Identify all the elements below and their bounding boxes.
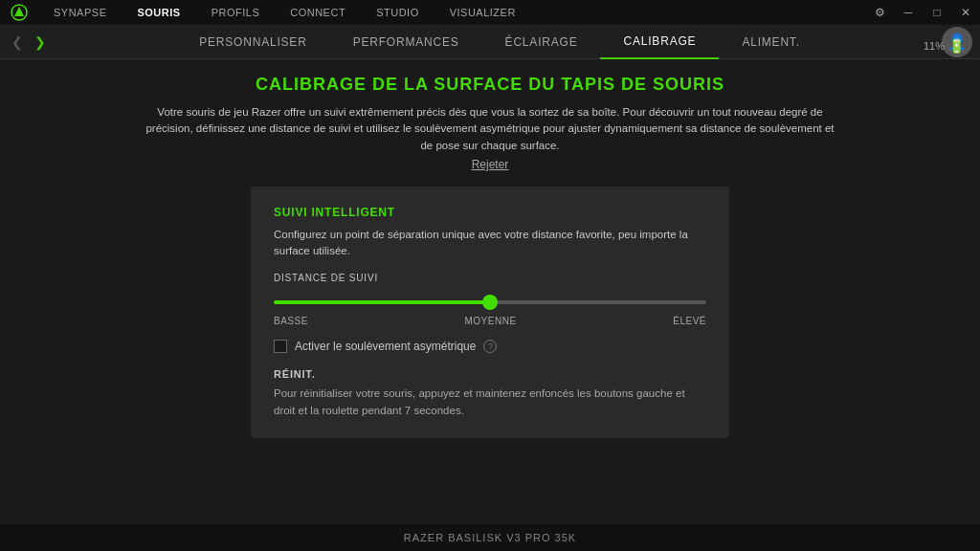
- asymmetric-checkbox[interactable]: [274, 340, 287, 353]
- nav-synapse[interactable]: SYNAPSE: [38, 0, 122, 25]
- title-bar: SYNAPSE SOURIS PROFILS CONNECT STUDIO VI…: [0, 0, 980, 25]
- reinit-title: RÉINIT.: [274, 368, 706, 380]
- battery-percent: 11%: [924, 40, 945, 52]
- device-name: RAZER BASILISK V3 PRO 35K: [404, 532, 576, 543]
- suivi-title: SUIVI INTELLIGENT: [274, 206, 706, 219]
- battery-area: 11% 🔋: [924, 38, 965, 54]
- distance-label: DISTANCE DE SUIVI: [274, 273, 706, 283]
- tab-personnaliser[interactable]: PERSONNALISER: [176, 25, 329, 59]
- window-controls: ⚙ ─ □ ✕: [865, 0, 980, 25]
- sub-nav-tabs: PERSONNALISER PERFORMANCES ÉCLAIRAGE CAL…: [57, 25, 942, 59]
- battery-icon: 🔋: [948, 38, 965, 54]
- nav-studio[interactable]: STUDIO: [361, 0, 434, 25]
- suivi-description: Configurez un point de séparation unique…: [274, 227, 706, 260]
- slider-mid-label: MOYENNE: [465, 316, 517, 326]
- page-title: CALIBRAGE DE LA SURFACE DU TAPIS DE SOUR…: [256, 75, 724, 95]
- calibrage-card: SUIVI INTELLIGENT Configurez un point de…: [251, 187, 729, 438]
- slider-labels: BASSE MOYENNE ÉLEVÉ: [274, 316, 706, 326]
- nav-souris[interactable]: SOURIS: [122, 0, 195, 25]
- back-arrow[interactable]: ❮: [8, 34, 27, 50]
- minimize-button[interactable]: ─: [894, 0, 923, 25]
- svg-marker-1: [14, 7, 24, 16]
- main-content: CALIBRAGE DE LA SURFACE DU TAPIS DE SOUR…: [0, 59, 980, 524]
- reinit-description: Pour réinitialiser votre souris, appuyez…: [274, 386, 706, 419]
- tab-eclairage[interactable]: ÉCLAIRAGE: [482, 25, 601, 59]
- nav-visualizer[interactable]: VISUALIZER: [434, 0, 531, 25]
- sub-nav: ❮ ❯ PERSONNALISER PERFORMANCES ÉCLAIRAGE…: [0, 25, 980, 59]
- tab-calibrage[interactable]: CALIBRAGE: [600, 25, 719, 59]
- tab-performances[interactable]: PERFORMANCES: [330, 25, 482, 59]
- tab-aliment[interactable]: ALIMENT.: [719, 25, 822, 59]
- reject-link[interactable]: Rejeter: [472, 158, 509, 171]
- status-bar: RAZER BASILISK V3 PRO 35K: [0, 524, 980, 551]
- settings-button[interactable]: ⚙: [865, 0, 894, 25]
- asymmetric-checkbox-row: Activer le soulèvement asymétrique ?: [274, 340, 706, 353]
- maximize-button[interactable]: □: [923, 0, 951, 25]
- page-description: Votre souris de jeu Razer offre un suivi…: [145, 104, 835, 154]
- title-bar-nav: SYNAPSE SOURIS PROFILS CONNECT STUDIO VI…: [0, 0, 531, 25]
- info-icon[interactable]: ?: [483, 340, 497, 353]
- close-button[interactable]: ✕: [951, 0, 980, 25]
- forward-arrow[interactable]: ❯: [31, 34, 50, 50]
- app-logo: [0, 0, 38, 25]
- asymmetric-label: Activer le soulèvement asymétrique: [295, 340, 476, 353]
- nav-profils[interactable]: PROFILS: [196, 0, 276, 25]
- nav-arrows: ❮ ❯: [8, 34, 50, 50]
- slider-container: [274, 291, 706, 308]
- distance-slider[interactable]: [274, 300, 706, 304]
- nav-connect[interactable]: CONNECT: [275, 0, 361, 25]
- slider-min-label: BASSE: [274, 316, 308, 326]
- slider-max-label: ÉLEVÉ: [673, 316, 706, 326]
